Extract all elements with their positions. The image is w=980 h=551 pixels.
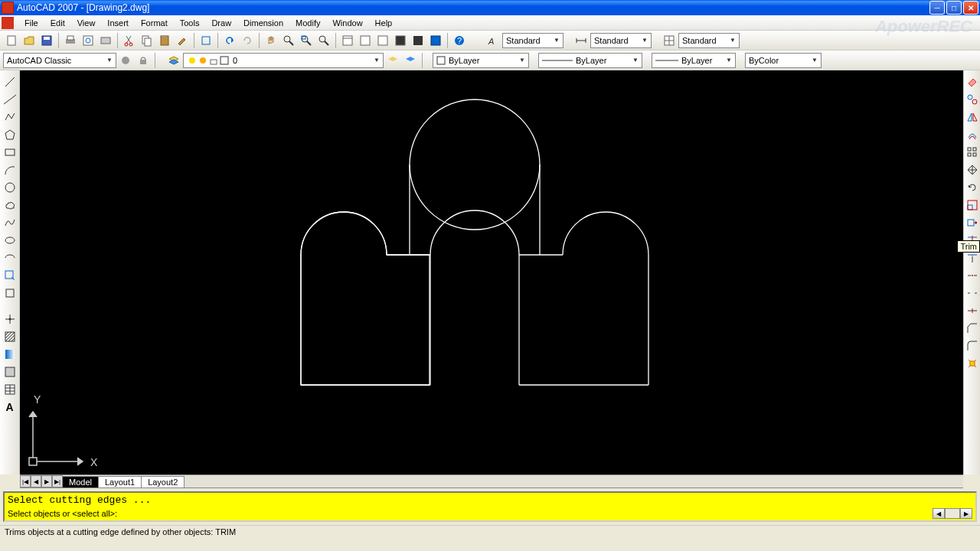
command-window[interactable]: Select cutting edges ... Select objects … [3,491,977,522]
break-at-point-button[interactable] [964,267,981,284]
menu-window[interactable]: Window [326,16,368,30]
menu-view[interactable]: View [71,16,102,30]
stretch-button[interactable] [964,214,981,231]
close-button[interactable]: ✕ [963,1,978,15]
layer-previous-button[interactable] [384,52,401,69]
menu-help[interactable]: Help [369,16,399,30]
fillet-button[interactable] [964,337,981,354]
cmd-scroll-left[interactable]: ◀ [933,508,945,519]
text-style-combo[interactable]: Standard▼ [502,33,564,48]
copy-button[interactable] [139,32,155,49]
hatch-button[interactable] [2,328,18,345]
menu-draw[interactable]: Draw [205,16,237,30]
properties-button[interactable] [339,32,356,49]
layout1-tab[interactable]: Layout1 [98,476,142,487]
publish-button[interactable] [97,32,114,49]
join-button[interactable] [964,302,981,319]
table-style-button[interactable] [661,32,678,49]
dim-style-combo[interactable]: Standard▼ [590,33,652,48]
array-button[interactable] [964,144,981,161]
menu-file[interactable]: File [18,16,44,30]
minimize-button[interactable]: ─ [929,1,945,15]
lock-ui-button[interactable] [135,52,152,69]
plotstyle-combo[interactable]: ByColor▼ [745,53,822,68]
lineweight-combo[interactable]: ByLayer▼ [652,53,736,68]
cmd-scroll-right[interactable]: ▶ [960,508,972,519]
drawing-canvas[interactable]: Y X [20,70,963,474]
match-props-button[interactable] [174,32,191,49]
redo-button[interactable] [239,32,256,49]
table-style-combo[interactable]: Standard▼ [678,33,740,48]
sheet-set-button[interactable] [392,32,409,49]
layer-states-button[interactable] [402,52,419,69]
menu-tools[interactable]: Tools [174,16,206,30]
mirror-button[interactable] [964,109,981,126]
tool-palettes-button[interactable] [374,32,391,49]
rotate-button[interactable] [964,179,981,196]
calc-button[interactable] [427,32,444,49]
plot-button[interactable] [62,32,79,49]
tab-first-button[interactable]: |◀ [20,475,31,487]
circle-button[interactable] [2,179,18,196]
revcloud-button[interactable] [2,197,18,214]
polygon-button[interactable] [2,126,18,143]
color-combo[interactable]: ByLayer▼ [433,53,529,68]
menu-edit[interactable]: Edit [44,16,71,30]
plot-preview-button[interactable] [80,32,96,49]
ellipse-button[interactable] [2,232,18,249]
new-button[interactable] [3,32,20,49]
menu-dimension[interactable]: Dimension [237,16,289,30]
table-button[interactable] [2,381,18,398]
menu-modify[interactable]: Modify [289,16,326,30]
gradient-button[interactable] [2,346,18,363]
scale-button[interactable] [964,197,981,214]
break-button[interactable] [964,285,981,302]
zoom-previous-button[interactable] [315,32,332,49]
dim-style-button[interactable] [573,32,590,49]
cut-button[interactable] [121,32,138,49]
save-button[interactable] [38,32,55,49]
tab-prev-button[interactable]: ◀ [31,475,41,487]
undo-button[interactable] [221,32,238,49]
insert-block-button[interactable] [2,267,18,284]
open-button[interactable] [21,32,38,49]
workspace-settings-button[interactable] [117,52,134,69]
explode-button[interactable] [964,355,981,372]
make-block-button[interactable] [2,285,18,302]
chamfer-button[interactable] [964,320,981,337]
linetype-combo[interactable]: ByLayer▼ [538,53,642,68]
model-tab[interactable]: Model [62,476,99,487]
offset-button[interactable] [964,126,981,143]
design-center-button[interactable] [357,32,374,49]
line-button[interactable] [2,73,18,90]
erase-button[interactable] [964,73,981,90]
rectangle-button[interactable] [2,144,18,161]
tab-last-button[interactable]: ▶| [52,475,63,487]
copy-modify-button[interactable] [964,91,981,108]
polyline-button[interactable] [2,109,18,126]
ellipse-arc-button[interactable] [2,249,18,266]
menu-insert[interactable]: Insert [101,16,135,30]
zoom-window-button[interactable] [298,32,315,49]
paste-button[interactable] [156,32,173,49]
block-editor-button[interactable] [198,32,214,49]
maximize-button[interactable]: □ [946,1,962,15]
command-input-line[interactable]: Select objects or <select all>: ◀ ▶ [5,507,975,520]
xline-button[interactable] [2,91,18,108]
layout2-tab[interactable]: Layout2 [141,476,185,487]
text-style-button[interactable]: A [485,32,501,49]
layer-props-button[interactable] [165,52,182,69]
zoom-realtime-button[interactable] [280,32,297,49]
markup-button[interactable] [410,32,426,49]
tab-next-button[interactable]: ▶ [41,475,52,487]
layer-combo[interactable]: 0 ▼ [183,53,384,68]
arc-button[interactable] [2,161,18,178]
menu-format[interactable]: Format [135,16,174,30]
region-button[interactable] [2,364,18,380]
move-button[interactable] [964,161,981,178]
workspace-combo[interactable]: AutoCAD Classic▼ [3,53,116,68]
mtext-button[interactable]: A [2,399,18,416]
spline-button[interactable] [2,214,18,231]
help-button[interactable]: ? [451,32,468,49]
point-button[interactable] [2,311,18,328]
